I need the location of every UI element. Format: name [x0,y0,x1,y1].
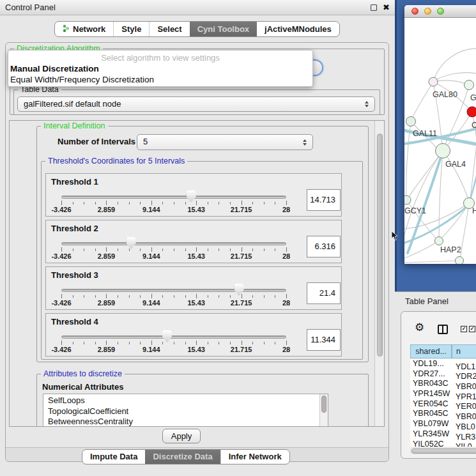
threshold-value-field[interactable]: 21.4 [307,282,341,304]
threshold-value-field[interactable]: 11.344 [307,329,341,351]
table-panel-body: ⚙ ✓ ✓ shared... n YDL19...YDL1YDR27...YD… [401,311,476,459]
tab-cyni-toolbox[interactable]: Cyni Toolbox [190,22,257,36]
gear-icon[interactable]: ⚙ [415,322,424,333]
tick-mark [106,294,107,298]
float-window-icon[interactable] [371,4,377,11]
column-header-name[interactable]: n [452,344,476,358]
tick-mark [219,342,219,344]
threshold-value-field[interactable]: 14.713 [307,189,341,211]
table-row[interactable]: YPR145WYPR1 [410,389,476,399]
number-of-intervals-value: 5 [143,137,148,146]
attributes-list-scrollbar[interactable] [319,394,328,427]
threshold-panel: Threshold 2-3.4262.8599.14415.4321.71528… [45,220,342,263]
node-gal80[interactable] [429,77,438,86]
cell-name: YIL0 [452,442,472,447]
slider-track[interactable] [61,242,286,245]
table-row[interactable]: YBL079WYBL0 [410,419,476,429]
number-of-intervals-combo[interactable]: 5 [137,134,313,150]
settings-scroll-thumb[interactable] [377,134,383,357]
table-row[interactable]: YIL052CYIL0 [410,440,476,447]
threshold-panel: Threshold 1-3.4262.8599.14415.4321.71528… [45,173,342,217]
node-hap2[interactable] [435,237,443,245]
node-ga[interactable] [464,81,474,90]
minimize-traffic-light-icon[interactable] [424,8,431,15]
tick-mark [84,249,84,251]
tick-mark [129,202,130,204]
table-row[interactable]: YER054CYER0 [410,399,476,410]
tick-mark [208,249,208,251]
slider-track[interactable] [61,289,286,292]
tick-mark [230,202,231,204]
checkbox-icon[interactable]: ✓ [461,326,467,332]
close-icon[interactable]: ✖ [383,4,390,11]
tick-mark [140,295,141,298]
slider-track[interactable] [61,196,286,199]
checkbox-icon[interactable]: ✓ [469,326,475,332]
table-row[interactable]: YDL19...YDL1 [410,359,476,369]
table-row[interactable]: YDR27...YDR2 [410,369,476,380]
attributes-list-scroll-thumb[interactable] [321,395,326,413]
slider-thumb[interactable] [187,190,196,203]
tick-mark [286,294,287,298]
slider-thumb[interactable] [234,284,244,296]
attribute-list-item[interactable]: SelfLoops [43,395,319,406]
tab-select[interactable]: Select [149,22,189,36]
dropdown-option-manual[interactable]: Manual Discretization [10,64,311,73]
tick-label: 2.859 [98,206,116,213]
tick-mark [84,342,84,344]
node-label: GCY1 [404,206,426,215]
tab-discretize-data[interactable]: Discretize Data [145,450,220,464]
slider-track[interactable] [61,335,286,339]
tab-impute-data[interactable]: Impute Data [82,450,145,464]
attributes-group-label: Attributes to discretize [41,369,125,378]
tab-jactivemnodules[interactable]: jActiveMNodules [257,22,339,36]
node-red-selected[interactable] [467,107,476,117]
tick-mark [185,295,186,298]
tab-infer-network[interactable]: Infer Network [220,450,289,464]
tick-label: 9.144 [142,252,160,260]
network-canvas[interactable]: GAL80 GA C GAL11 GAL4 GCY1 H HAP2 [404,18,476,264]
attribute-list-item[interactable]: TopologicalCoefficient [43,406,319,417]
settings-scrollbar[interactable] [374,121,384,427]
threshold-panel: Threshold 3-3.4262.8599.14415.4321.71528… [45,266,342,310]
node-label: C [472,121,476,130]
close-traffic-light-icon[interactable] [411,8,418,15]
network-view-panel: GAL80 GA C GAL11 GAL4 GCY1 H HAP2 [395,0,476,291]
tick-mark [151,247,152,252]
tick-mark [95,202,96,204]
node-bottom[interactable] [456,257,464,265]
tick-mark [61,247,62,252]
node-gal4[interactable] [436,144,450,158]
attributes-list[interactable]: SelfLoopsTopologicalCoefficientBetweenne… [43,394,328,427]
node-label: GA [470,93,476,102]
split-columns-icon[interactable] [438,325,448,334]
table-row[interactable]: YLR345WYLR3 [410,429,476,440]
thresholds-group: Threshold's Coordinates for 5 Intervals … [41,161,363,360]
slider-thumb[interactable] [127,237,136,249]
tab-label: Style [121,24,141,34]
tick-label: 2.859 [98,346,116,353]
table-row[interactable]: YBR045CYBR0 [410,409,476,419]
column-header-shared[interactable]: shared... [410,344,452,358]
attribute-list-item[interactable]: BetweennessCentrality [43,417,319,427]
dropdown-option-equal-width[interactable]: Equal Width/Frequency Discretization [10,75,311,84]
threshold-value-field[interactable]: 6.316 [307,236,341,257]
zoom-traffic-light-icon[interactable] [437,8,444,15]
table-data-combo[interactable]: galFiltered.sif default node [17,96,375,112]
tab-network[interactable]: Network [55,22,113,36]
slider-thumb[interactable] [162,330,172,342]
tab-label: Select [157,24,181,34]
table-hscrollbar[interactable] [410,447,476,454]
network-window-titlebar [404,5,476,18]
table-hscroll-thumb[interactable] [411,449,476,454]
tab-style[interactable]: Style [113,22,149,36]
network-window[interactable]: GAL80 GA C GAL11 GAL4 GCY1 H HAP2 [404,5,476,264]
tick-label: 2.859 [98,252,116,260]
apply-button[interactable]: Apply [162,429,201,443]
node-gal11[interactable] [406,117,416,127]
tick-mark [252,295,253,298]
node-gcy1[interactable] [404,196,411,204]
tick-mark [73,295,73,298]
cell-shared-name: YER054C [410,399,452,410]
table-row[interactable]: YBR043CYBR0 [410,379,476,389]
